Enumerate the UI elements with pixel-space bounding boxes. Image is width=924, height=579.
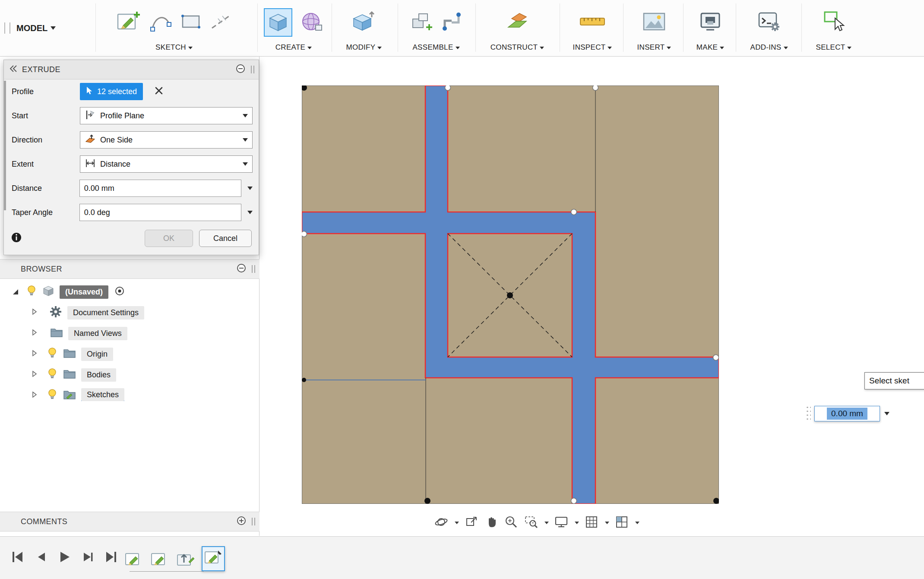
viewports-caret-icon[interactable]	[635, 522, 639, 524]
comments-panel-header[interactable]: COMMENTS	[0, 512, 259, 532]
pan-icon[interactable]	[484, 515, 499, 531]
timeline-sketch-profile-feature[interactable]	[176, 550, 196, 571]
sketch-arc-icon[interactable]	[149, 10, 172, 35]
create-sketch-icon[interactable]	[115, 8, 142, 37]
tree-expand-icon[interactable]	[31, 391, 38, 400]
extrude-dialog-header[interactable]: EXTRUDE	[4, 60, 259, 79]
browser-item-label[interactable]: Named Views	[68, 327, 127, 340]
addins-icon[interactable]	[757, 10, 781, 35]
sketch-rectangle-icon[interactable]	[179, 10, 203, 35]
fit-view-icon[interactable]	[524, 515, 538, 531]
extrude-command-active[interactable]	[264, 8, 292, 37]
sketch-geometry[interactable]	[302, 85, 719, 504]
model-canvas[interactable]	[260, 57, 924, 536]
sketch-point-hollow[interactable]	[445, 85, 451, 91]
toolbar-group-label-assemble[interactable]: ASSEMBLE	[399, 43, 473, 52]
workspace-switcher[interactable]: MODEL	[16, 0, 56, 56]
comments-grip-icon[interactable]	[252, 518, 255, 525]
active-component-radio-icon[interactable]	[114, 286, 125, 298]
toolbar-group-label-addins[interactable]: ADD-INS	[739, 43, 799, 52]
create-form-icon[interactable]	[299, 9, 323, 35]
toolbar-group-label-create[interactable]: CREATE	[259, 43, 328, 52]
timeline-sketch-feature[interactable]	[150, 550, 170, 571]
browser-item-document-settings[interactable]: Document Settings	[31, 302, 144, 323]
ok-button[interactable]: OK	[145, 230, 193, 247]
new-component-icon[interactable]	[409, 9, 434, 35]
profile-selection-button[interactable]: 12 selected	[80, 83, 143, 100]
collapse-dialog-icon[interactable]	[235, 63, 246, 76]
toolbar-group-label-insert[interactable]: INSERT	[627, 43, 681, 52]
sketch-point-hollow[interactable]	[302, 231, 307, 237]
dialog-collapse-icon[interactable]	[8, 64, 18, 75]
measure-icon[interactable]	[579, 13, 606, 32]
visibility-bulb-icon[interactable]	[27, 285, 36, 299]
expand-comments-icon[interactable]	[236, 516, 247, 528]
tree-expand-icon[interactable]	[31, 370, 38, 380]
make-icon[interactable]	[699, 11, 722, 34]
dialog-grip-icon[interactable]	[251, 66, 254, 73]
timeline-track[interactable]	[130, 571, 204, 572]
joint-icon[interactable]	[440, 10, 463, 35]
insert-canvas-icon[interactable]	[642, 11, 667, 34]
viewports-icon[interactable]	[614, 515, 629, 531]
sketch-point-hollow[interactable]	[593, 85, 598, 91]
tree-expand-icon[interactable]	[31, 349, 38, 359]
toolbar-group-label-modify[interactable]: MODIFY	[336, 43, 392, 52]
manipulator-drag-handle[interactable]	[806, 405, 811, 422]
grid-settings-icon[interactable]	[584, 515, 599, 531]
browser-item-bodies[interactable]: Bodies	[31, 364, 116, 385]
fit-view-caret-icon[interactable]	[544, 522, 549, 524]
play-icon[interactable]	[57, 550, 72, 566]
construction-plane-icon[interactable]	[505, 9, 530, 36]
dialog-scroll-gutter[interactable]	[4, 81, 6, 210]
tree-expanded-icon[interactable]	[13, 289, 18, 294]
browser-item-label[interactable]: Document Settings	[67, 306, 144, 320]
manipulator-caret-icon[interactable]	[884, 412, 889, 415]
manipulator-distance-input[interactable]: 0.00 mm	[814, 406, 880, 421]
toolbar-group-label-sketch[interactable]: SKETCH	[98, 43, 250, 52]
zoom-icon[interactable]	[504, 515, 519, 531]
sketch-point[interactable]	[424, 498, 430, 504]
sketch-point-hollow[interactable]	[571, 498, 577, 504]
toolbar-group-label-make[interactable]: MAKE	[687, 43, 734, 52]
browser-grip-icon[interactable]	[252, 265, 255, 273]
browser-item-label[interactable]: Sketches	[81, 388, 124, 401]
toolbar-drag-handle[interactable]	[4, 22, 10, 34]
sketch-point-hollow[interactable]	[571, 209, 577, 215]
toolbar-group-label-construct[interactable]: CONSTRUCT	[486, 43, 549, 52]
document-name-badge[interactable]: (Unsaved)	[60, 285, 108, 299]
extent-dropdown[interactable]: Distance	[80, 155, 253, 173]
step-forward-icon[interactable]	[81, 550, 94, 566]
skip-to-start-icon[interactable]	[10, 550, 25, 566]
visibility-bulb-icon[interactable]	[47, 368, 57, 382]
browser-root-row[interactable]: (Unsaved)	[13, 282, 125, 302]
timeline-active-sketch-feature[interactable]	[202, 546, 225, 571]
orbit-icon[interactable]	[434, 515, 449, 531]
skip-to-end-icon[interactable]	[104, 550, 118, 566]
timeline-sketch-feature[interactable]	[124, 550, 144, 571]
select-icon[interactable]	[822, 9, 845, 35]
toolbar-group-label-inspect[interactable]: INSPECT	[563, 43, 621, 52]
clear-selection-icon[interactable]	[154, 86, 164, 97]
toolbar-group-label-select[interactable]: SELECT	[804, 43, 864, 52]
display-settings-caret-icon[interactable]	[575, 522, 579, 524]
start-dropdown[interactable]: Profile Plane	[80, 107, 253, 124]
taper-caret-icon[interactable]	[247, 211, 253, 214]
display-settings-icon[interactable]	[554, 515, 569, 531]
look-at-icon[interactable]	[464, 515, 479, 531]
sketch-point-center[interactable]	[507, 292, 513, 298]
visibility-bulb-icon[interactable]	[47, 347, 57, 361]
taper-angle-input[interactable]	[79, 204, 241, 221]
browser-item-sketches[interactable]: Sketches	[31, 385, 124, 406]
sketch-point-hollow[interactable]	[713, 355, 719, 361]
info-icon[interactable]	[11, 232, 22, 245]
orbit-caret-icon[interactable]	[455, 522, 459, 524]
sketch-line-icon[interactable]	[209, 10, 233, 35]
distance-caret-icon[interactable]	[247, 187, 253, 190]
direction-dropdown[interactable]: One Side	[80, 131, 253, 149]
step-back-icon[interactable]	[35, 550, 47, 566]
browser-panel-header[interactable]: BROWSER	[0, 259, 259, 279]
sketch-point[interactable]	[302, 378, 306, 382]
browser-item-named-views[interactable]: Named Views	[31, 323, 127, 344]
press-pull-icon[interactable]	[351, 9, 377, 36]
